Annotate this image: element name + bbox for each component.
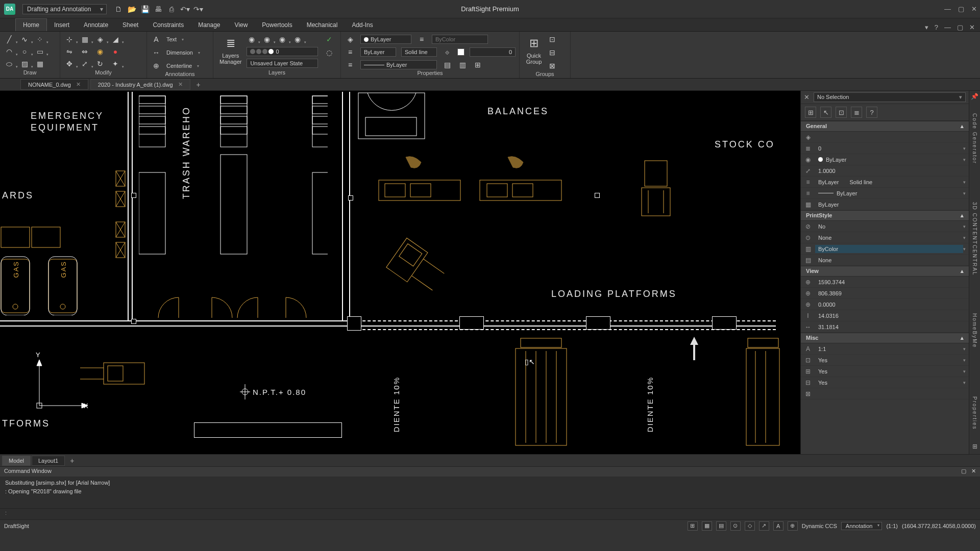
tab-layout1[interactable]: Layout1 [32,456,65,466]
st-ortho-icon[interactable]: ▤ [716,521,726,531]
prop-pr4[interactable]: None [815,256,969,264]
prop-linecolor-val[interactable]: ByLayer [815,156,963,164]
text-icon[interactable]: A [151,34,161,44]
tab-view[interactable]: View [228,19,255,31]
st-snap-icon[interactable]: ⊞ [688,521,698,531]
prop-scale-val[interactable]: 1.0000 [815,167,969,175]
maximize-icon[interactable]: ▢ [958,5,964,13]
lt-selector[interactable]: ByLayer [360,47,396,57]
prop-h[interactable]: 14.0316 [815,312,969,320]
new-icon[interactable]: 🗋 [114,5,123,14]
rail4-label[interactable]: Properties [972,396,977,430]
section-view[interactable]: View▴ [801,266,969,277]
prop-lw-val[interactable]: ByLayer [815,189,963,197]
rail3-label[interactable]: HomeByMe [972,313,977,348]
st-dyn-icon[interactable]: ⊕ [788,521,798,531]
line-icon[interactable]: ╱ [4,34,14,44]
st-track-icon[interactable]: ↗ [759,521,769,531]
add-tab-button[interactable]: + [192,79,205,90]
trim-icon[interactable]: ⊹ [64,34,75,44]
layer-tool4-icon[interactable]: ◉ [292,34,303,44]
explode-icon[interactable]: ✦ [110,59,120,69]
workspace-selector[interactable]: Drafting and Annotation [22,4,107,14]
rail-grid-icon[interactable]: ⊞ [972,443,977,450]
prop-lt-val[interactable]: ByLayer Solid line [815,178,963,186]
region-icon[interactable]: ▨ [19,59,30,69]
transparency-input[interactable]: 0 [470,47,516,57]
props-close-icon[interactable]: ✕ [804,93,810,101]
props-tool1-icon[interactable]: ⊞ [805,107,816,118]
swatch[interactable] [457,48,464,56]
red-icon[interactable]: ● [110,46,120,57]
doc-tab-1[interactable]: NONAME_0.dwg✕ [20,79,88,90]
color-icon[interactable]: ◈ [345,34,355,44]
scale-icon[interactable]: ⤢ [80,59,90,69]
dimension-label[interactable]: Dimension [166,49,193,56]
point-icon[interactable]: ⁘ [35,34,45,44]
props-help-icon[interactable]: ? [866,107,877,118]
prop-m2[interactable]: Yes [815,356,963,364]
layer-check-icon[interactable]: ✓ [324,34,334,44]
minimize-icon[interactable]: — [944,5,951,13]
tab-home[interactable]: Home [15,18,47,31]
text-label[interactable]: Text [166,36,177,42]
list-icon[interactable]: ▤ [442,60,452,70]
props-tool3-icon[interactable]: ⊡ [836,107,847,118]
prop-m4[interactable]: Yes [815,379,963,387]
layers-manager-button[interactable]: ≣Layers Manager [217,34,243,66]
help-icon[interactable]: ? [935,23,938,31]
doc-tab-2[interactable]: 2020 - Industry A_edit (1).dwg✕ [90,79,190,90]
close-icon[interactable]: ✕ [971,5,977,13]
tab-sheet[interactable]: Sheet [115,19,145,31]
tab-addins[interactable]: Add-Ins [345,19,380,31]
tab-annotate[interactable]: Annotate [77,19,115,31]
centerline-label[interactable]: Centerline [166,63,192,69]
rect-icon[interactable]: ▭ [35,46,45,57]
prop-layer-val[interactable]: 0 [815,144,963,153]
tab-constraints[interactable]: Constraints [145,19,191,31]
st-lw-icon[interactable]: A [773,521,783,531]
prop-color-val[interactable] [815,136,969,138]
menu-dropdown-icon[interactable]: ▾ [925,23,928,31]
doc-maximize-icon[interactable]: ▢ [957,23,963,31]
circle-icon[interactable]: ○ [19,46,30,57]
arc-icon[interactable]: ◠ [4,46,14,57]
doc-minimize-icon[interactable]: — [944,23,951,31]
prop-m1[interactable]: 1:1 [815,345,963,353]
lw-selector[interactable]: ByLayer [360,60,437,69]
layer-tool2-icon[interactable]: ◉ [262,34,272,44]
lts-selector[interactable]: Solid line [401,47,437,57]
prop-cy[interactable]: 806.3869 [815,289,969,297]
fillet-icon[interactable]: ◢ [110,34,120,44]
grp2-icon[interactable]: ⊟ [547,47,557,58]
list3-icon[interactable]: ⊞ [473,60,483,70]
grp3-icon[interactable]: ⊠ [547,61,557,71]
ellipse-icon[interactable]: ⬭ [4,59,14,69]
prop-pr1[interactable]: No [815,222,963,231]
status-dccs[interactable]: Dynamic CCS [802,523,837,529]
close-tab1-icon[interactable]: ✕ [76,81,81,88]
prop-w[interactable]: 31.1814 [815,323,969,331]
dimension-icon[interactable]: ↔ [151,47,161,58]
lt-icon[interactable]: ≡ [345,47,355,57]
section-general[interactable]: General▴ [801,121,969,132]
save-icon[interactable]: 💾 [140,5,150,14]
tab-mechanical[interactable]: Mechanical [300,19,345,31]
print-icon[interactable]: ⎙ [167,5,176,14]
section-printstyle[interactable]: PrintStyle▴ [801,210,969,221]
layer-tool3-icon[interactable]: ◉ [277,34,287,44]
close-tab2-icon[interactable]: ✕ [178,81,183,88]
prop-pr2[interactable]: None [815,234,963,242]
cmd-close-icon[interactable]: ✕ [971,468,976,475]
quick-group-button[interactable]: ⊞Quick Group [524,34,544,66]
polyline-icon[interactable]: ∿ [19,34,30,44]
color-selector[interactable]: ByLayer [360,35,411,44]
lw2-icon[interactable]: ≡ [345,60,355,70]
move-icon[interactable]: ✥ [64,59,75,69]
selection-filter[interactable]: No Selection ▾ [814,92,966,102]
lw-icon[interactable]: ≡ [416,34,427,44]
layer-state-selector[interactable]: Unsaved Layer State [247,59,318,68]
doc-close-icon[interactable]: ✕ [969,23,975,31]
prop-pr3[interactable]: ByColor [815,245,963,253]
yellow-icon[interactable]: ◉ [95,46,105,57]
